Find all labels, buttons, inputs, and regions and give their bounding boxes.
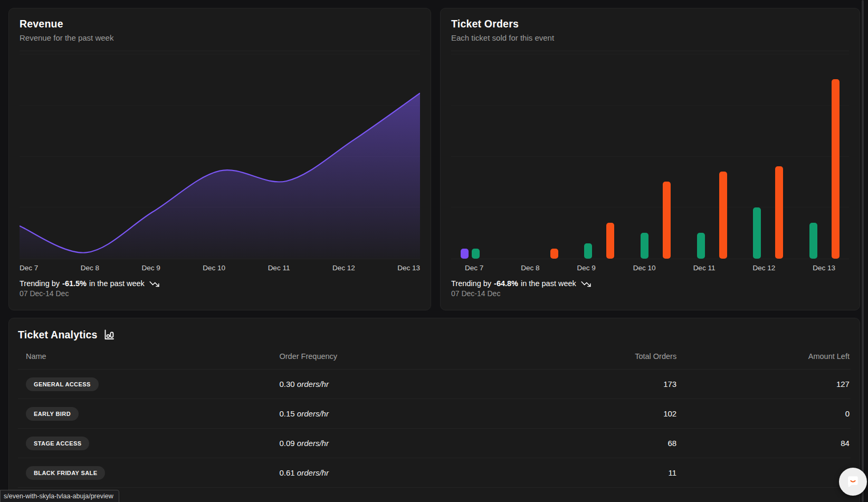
trend-suffix: in the past week bbox=[521, 279, 576, 288]
bar-green bbox=[584, 243, 592, 259]
trend-prefix: Trending by bbox=[451, 279, 491, 288]
x-axis-label: Dec 11 bbox=[268, 264, 290, 274]
trend-value: -61.5% bbox=[62, 279, 87, 288]
ticket-orders-trend-line: Trending by -64.8% in the past week bbox=[451, 279, 849, 288]
revenue-trend-line: Trending by -61.5% in the past week bbox=[20, 279, 420, 288]
x-axis-label: Dec 7 bbox=[20, 264, 38, 274]
ticket-analytics-header: Ticket Analytics bbox=[18, 328, 851, 342]
x-axis-label: Dec 12 bbox=[332, 264, 355, 274]
total-orders-cell: 173 bbox=[430, 380, 677, 389]
table-row[interactable]: GENERAL ACCESS 0.30 orders/hr 173 127 bbox=[18, 370, 851, 399]
order-frequency-cell: 0.15 orders/hr bbox=[279, 409, 429, 418]
bar-group-dec-8 bbox=[517, 249, 558, 259]
bar-chart-icon bbox=[103, 329, 115, 340]
analytics-column-headers: Name Order Frequency Total Orders Amount… bbox=[18, 352, 851, 370]
revenue-date-range: 07 Dec-14 Dec bbox=[20, 289, 420, 298]
gridline bbox=[451, 54, 849, 54]
revenue-card-title: Revenue bbox=[20, 17, 420, 31]
bar-group-dec-13 bbox=[798, 79, 840, 259]
trend-value: -64.8% bbox=[494, 279, 518, 288]
bar-green bbox=[753, 207, 761, 259]
card-header-divider bbox=[451, 51, 849, 51]
table-row[interactable]: BLACK FRIDAY SALE 0.61 orders/hr 11 bbox=[18, 458, 851, 488]
x-axis-label: Dec 13 bbox=[813, 264, 835, 274]
revenue-card-subtitle: Revenue for the past week bbox=[20, 33, 420, 43]
x-axis-label: Dec 8 bbox=[521, 264, 539, 274]
ticket-name-badge: BLACK FRIDAY SALE bbox=[26, 466, 105, 480]
ticket-orders-card: Ticket Orders Each ticket sold for this … bbox=[440, 8, 860, 310]
x-axis-label: Dec 9 bbox=[577, 264, 596, 274]
revenue-x-axis: Dec 7Dec 8Dec 9Dec 10Dec 11Dec 12Dec 13 bbox=[20, 264, 420, 274]
revenue-area-chart bbox=[20, 54, 420, 259]
order-frequency-cell: 0.61 orders/hr bbox=[279, 468, 429, 477]
ticket-orders-card-title: Ticket Orders bbox=[451, 17, 849, 31]
revenue-plot bbox=[20, 54, 420, 259]
ticket-name-badge: GENERAL ACCESS bbox=[26, 377, 99, 391]
column-header-total-orders: Total Orders bbox=[430, 352, 677, 361]
bar-orange bbox=[775, 166, 783, 259]
bar-group-dec-12 bbox=[742, 166, 783, 259]
chat-bubble-icon bbox=[845, 474, 861, 489]
bar-green bbox=[809, 223, 817, 259]
total-orders-cell: 102 bbox=[430, 409, 677, 418]
bar-purple bbox=[461, 249, 469, 259]
total-orders-cell: 11 bbox=[430, 468, 677, 477]
ticket-name-badge: EARLY BIRD bbox=[26, 407, 79, 421]
x-axis-label: Dec 7 bbox=[465, 264, 483, 274]
bar-green bbox=[641, 233, 648, 259]
link-preview-statusbar: s/even-with-skyla-tvlaa-abuja/preview bbox=[0, 490, 119, 502]
amount-left-cell: 84 bbox=[676, 439, 851, 448]
x-axis-label: Dec 8 bbox=[81, 264, 99, 274]
x-axis-label: Dec 9 bbox=[142, 264, 160, 274]
card-header-divider bbox=[20, 51, 420, 51]
bar-green bbox=[472, 249, 480, 259]
order-frequency-cell: 0.30 orders/hr bbox=[279, 380, 429, 389]
bar-orange bbox=[832, 79, 840, 259]
x-axis-label: Dec 10 bbox=[633, 264, 656, 274]
order-frequency-cell: 0.09 orders/hr bbox=[279, 439, 429, 448]
trend-prefix: Trending by bbox=[20, 279, 60, 288]
amount-left-cell: 0 bbox=[676, 409, 851, 418]
ticket-orders-date-range: 07 Dec-14 Dec bbox=[451, 289, 849, 298]
column-header-name: Name bbox=[18, 352, 279, 361]
bar-group-dec-10 bbox=[629, 182, 671, 259]
bar-orange bbox=[719, 172, 727, 259]
total-orders-cell: 68 bbox=[430, 439, 677, 448]
bar-group-dec-9 bbox=[573, 223, 614, 259]
gridline bbox=[451, 156, 849, 157]
trending-down-icon bbox=[580, 280, 592, 288]
revenue-card: Revenue Revenue for the past week Dec 7D… bbox=[8, 8, 431, 310]
trend-suffix: in the past week bbox=[89, 279, 145, 288]
bar-group-dec-7 bbox=[461, 249, 502, 259]
table-row[interactable]: EARLY BIRD 0.15 orders/hr 102 0 bbox=[18, 399, 851, 429]
ticket-orders-card-subtitle: Each ticket sold for this event bbox=[451, 33, 849, 43]
chat-launcher-button[interactable] bbox=[839, 468, 867, 496]
column-header-order-frequency: Order Frequency bbox=[279, 352, 429, 361]
dashboard-page: Revenue Revenue for the past week Dec 7D… bbox=[0, 0, 868, 502]
x-axis-label: Dec 11 bbox=[693, 264, 716, 274]
scrollbar[interactable] bbox=[862, 0, 864, 502]
bar-orange bbox=[550, 249, 558, 259]
column-header-amount-left: Amount Left bbox=[676, 352, 851, 361]
ticket-orders-plot bbox=[451, 54, 849, 259]
bar-group-dec-11 bbox=[686, 172, 727, 259]
x-axis-label: Dec 10 bbox=[203, 264, 225, 274]
x-axis-label: Dec 13 bbox=[397, 264, 420, 274]
ticket-name-badge: STAGE ACCESS bbox=[26, 437, 89, 450]
table-row[interactable]: STAGE ACCESS 0.09 orders/hr 68 84 bbox=[18, 429, 851, 458]
bar-green bbox=[697, 233, 705, 259]
trending-down-icon bbox=[149, 280, 160, 288]
revenue-area-fill bbox=[20, 93, 420, 259]
bar-orange bbox=[606, 223, 614, 259]
gridline bbox=[451, 105, 849, 106]
bar-orange bbox=[663, 182, 671, 259]
ticket-analytics-card: Ticket Analytics Name Order Frequency To… bbox=[8, 318, 860, 502]
amount-left-cell: 127 bbox=[676, 380, 851, 389]
x-axis-label: Dec 12 bbox=[752, 264, 775, 274]
ticket-orders-x-axis: Dec 7Dec 8Dec 9Dec 10Dec 11Dec 12Dec 13 bbox=[451, 264, 849, 274]
ticket-analytics-title: Ticket Analytics bbox=[18, 328, 98, 342]
